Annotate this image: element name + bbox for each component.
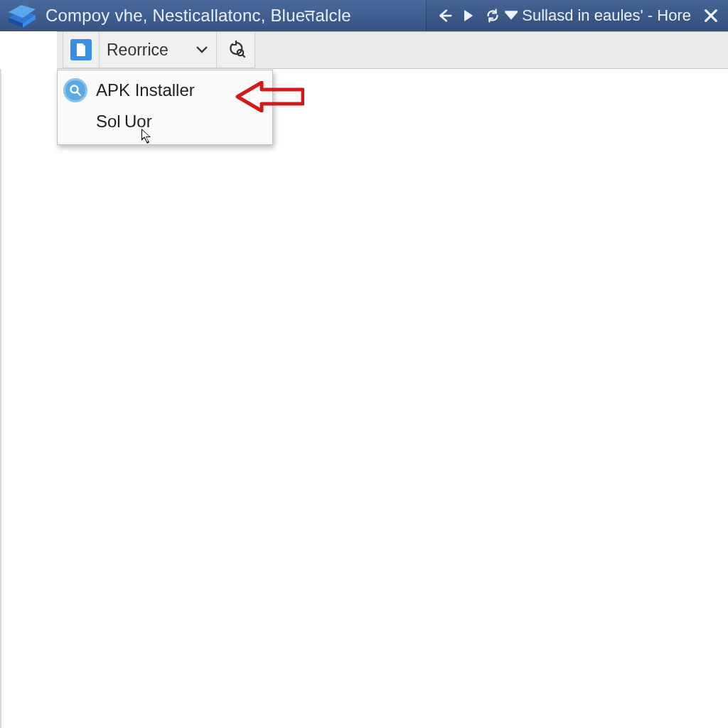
search-icon [63, 78, 87, 102]
window-title: Compoy vhe, Nesticallatonc, Blueतalcle [46, 6, 351, 26]
app-logo-icon [0, 0, 46, 31]
chevron-down-icon [196, 43, 208, 56]
empty-icon [63, 109, 87, 134]
mouse-cursor-icon [141, 128, 154, 145]
page-icon [70, 39, 92, 60]
dropdown-caret-icon[interactable] [505, 3, 518, 28]
titlebar: Compoy vhe, Nesticallatonc, Blueतalcle [0, 0, 728, 31]
svg-marker-5 [505, 11, 518, 19]
toolbar-app-button[interactable] [63, 32, 100, 68]
svg-marker-4 [465, 11, 473, 21]
close-button[interactable] [698, 3, 724, 28]
sync-icon[interactable] [481, 3, 505, 28]
titlebar-controls: Sullasd in eaules' - Hore [426, 0, 728, 31]
toolbar: Reorrice [57, 31, 728, 69]
refresh-icon [227, 41, 245, 59]
toolbar-dropdown-label: Reorrice [107, 41, 168, 60]
content-area [0, 69, 728, 728]
forward-button[interactable] [456, 3, 481, 28]
annotation-arrow-icon [233, 81, 304, 112]
menu-item-label: APK Installer [96, 80, 195, 100]
titlebar-status-text: Sullasd in eaules' - Hore [518, 6, 698, 25]
back-button[interactable] [432, 3, 456, 28]
toolbar-dropdown[interactable]: Reorrice [100, 32, 217, 68]
toolbar-refresh-button[interactable] [217, 32, 255, 68]
